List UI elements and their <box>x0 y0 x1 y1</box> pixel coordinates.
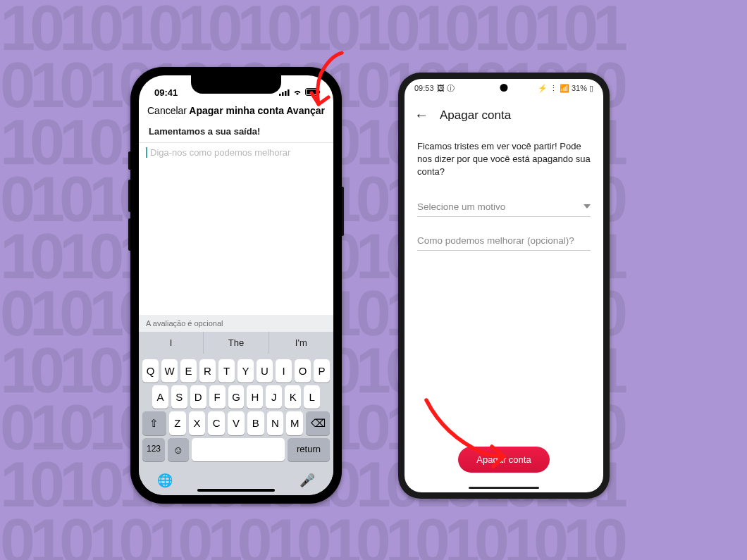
ios-nav-bar: Cancelar Apagar minha conta Avançar <box>139 99 333 123</box>
suggestion-3[interactable]: I'm <box>269 332 333 354</box>
key-x[interactable]: X <box>189 411 206 435</box>
android-status-right-icons: ⚡ ⋮ 📶 31% ▯ <box>538 84 593 93</box>
iphone-silence-switch <box>128 151 130 170</box>
key-l[interactable]: L <box>304 385 320 409</box>
iphone-volume-up <box>128 180 130 212</box>
key-h[interactable]: H <box>247 385 263 409</box>
key-g[interactable]: G <box>228 385 245 409</box>
ios-status-time: 09:41 <box>154 87 178 98</box>
suggestion-2[interactable]: The <box>204 332 268 354</box>
key-j[interactable]: J <box>266 385 282 409</box>
key-c[interactable]: C <box>208 411 225 435</box>
page-title: Apagar minha conta <box>189 105 284 116</box>
key-p[interactable]: P <box>314 359 330 382</box>
globe-icon[interactable]: 🌐 <box>157 473 173 488</box>
select-placeholder: Selecione um motivo <box>417 201 505 212</box>
android-status-left-icons: 🖼 ⓘ <box>437 83 455 94</box>
spacer <box>405 251 603 447</box>
android-app-bar: ← Apagar conta <box>405 97 603 133</box>
wifi-icon <box>292 87 302 98</box>
backspace-key[interactable]: ⌫ <box>306 411 330 435</box>
iphone-screen: 09:41 Cancelar Apagar minha conta Avança… <box>139 75 333 495</box>
key-n[interactable]: N <box>267 411 284 435</box>
key-k[interactable]: K <box>285 385 301 409</box>
space-key[interactable] <box>192 438 285 461</box>
key-s[interactable]: S <box>171 385 187 409</box>
svg-rect-1 <box>282 92 284 96</box>
key-t[interactable]: T <box>218 359 235 382</box>
android-camera-hole <box>500 84 508 92</box>
keyboard-suggestions: I The I'm <box>139 332 333 354</box>
key-w[interactable]: W <box>161 359 178 382</box>
shift-key[interactable]: ⇧ <box>142 411 166 435</box>
svg-rect-3 <box>288 89 290 96</box>
android-screen: 09:53 🖼 ⓘ ⚡ ⋮ 📶 31% ▯ ← Apagar conta Fic… <box>405 79 603 492</box>
page-title: Apagar conta <box>440 108 511 123</box>
key-r[interactable]: R <box>199 359 216 382</box>
key-o[interactable]: O <box>295 359 311 382</box>
svg-rect-5 <box>307 89 317 94</box>
key-m[interactable]: M <box>286 411 303 435</box>
key-b[interactable]: B <box>247 411 264 435</box>
cancel-button[interactable]: Cancelar <box>147 105 187 116</box>
key-v[interactable]: V <box>228 411 245 435</box>
key-q[interactable]: Q <box>142 359 159 382</box>
keyboard-row-4: 123 ☺ return <box>142 438 330 461</box>
android-device-frame: 09:53 🖼 ⓘ ⚡ ⋮ 📶 31% ▯ ← Apagar conta Fic… <box>398 73 610 499</box>
key-u[interactable]: U <box>257 359 273 382</box>
next-button[interactable]: Avançar <box>286 105 325 116</box>
suggestion-1[interactable]: I <box>139 332 204 354</box>
key-a[interactable]: A <box>152 385 168 409</box>
cellular-signal-icon <box>279 87 290 98</box>
keyboard-hint: A avaliação é opcional <box>139 315 333 332</box>
key-f[interactable]: F <box>209 385 226 409</box>
key-d[interactable]: D <box>190 385 206 409</box>
key-y[interactable]: Y <box>237 359 254 382</box>
keyboard-row-3: ⇧ Z X C V B N M ⌫ <box>142 411 330 435</box>
input-placeholder: Como podemos melhorar (opcional)? <box>417 235 574 246</box>
mic-icon[interactable]: 🎤 <box>300 473 315 488</box>
numbers-key[interactable]: 123 <box>142 438 165 461</box>
home-indicator[interactable] <box>197 489 275 492</box>
iphone-volume-down <box>128 218 130 251</box>
key-i[interactable]: I <box>276 359 292 382</box>
svg-rect-0 <box>279 94 281 96</box>
textarea-placeholder: Diga-nos como podemos melhorar <box>146 147 326 158</box>
iphone-notch <box>191 75 281 94</box>
iphone-power-button <box>342 187 344 236</box>
improve-input[interactable]: Como podemos melhorar (opcional)? <box>417 230 591 251</box>
android-status-time: 09:53 <box>414 84 434 92</box>
ios-keyboard: A avaliação é opcional I The I'm Q W E R… <box>139 315 333 495</box>
feedback-textarea[interactable]: Diga-nos como podemos melhorar <box>139 143 333 315</box>
svg-rect-2 <box>285 91 287 96</box>
keyboard-row-2: A S D F G H J K L <box>142 385 330 409</box>
body-text: Ficamos tristes em ver você partir! Pode… <box>405 133 603 186</box>
reason-select[interactable]: Selecione um motivo <box>417 196 591 217</box>
battery-icon <box>305 87 321 98</box>
delete-account-button[interactable]: Apagar conta <box>458 447 549 473</box>
key-e[interactable]: E <box>180 359 197 382</box>
back-arrow-icon[interactable]: ← <box>414 107 428 123</box>
android-home-indicator[interactable] <box>469 487 539 489</box>
subtitle-label: Lamentamos a sua saída! <box>139 123 333 142</box>
svg-rect-6 <box>319 91 321 94</box>
background-pattern: 101010101010101010101 010101010101010101… <box>0 0 747 560</box>
key-z[interactable]: Z <box>169 411 186 435</box>
keyboard-row-1: Q W E R T Y U I O P <box>142 359 330 382</box>
iphone-device-frame: 09:41 Cancelar Apagar minha conta Avança… <box>130 67 342 504</box>
chevron-down-icon <box>584 204 591 209</box>
emoji-key[interactable]: ☺ <box>168 438 189 461</box>
return-key[interactable]: return <box>288 438 330 461</box>
